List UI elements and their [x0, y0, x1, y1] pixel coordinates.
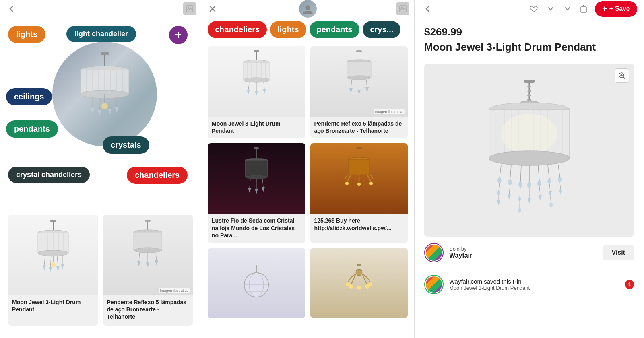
p2-img-4	[310, 143, 408, 214]
svg-point-145	[501, 114, 557, 154]
p2-card-4[interactable]: 125.26$ Buy here - http://alidzk.worldwe…	[310, 143, 408, 243]
tag-light-chandelier[interactable]: light chandelier	[66, 26, 136, 42]
svg-line-173	[549, 184, 550, 191]
svg-rect-101	[349, 159, 369, 175]
svg-line-169	[539, 186, 540, 195]
tag-lights[interactable]: lights	[8, 26, 45, 43]
svg-rect-98	[356, 147, 362, 149]
svg-point-172	[547, 178, 551, 184]
tag-ceilings[interactable]: ceilings	[6, 88, 52, 105]
zoom-button[interactable]	[615, 68, 629, 83]
thumb-card-1[interactable]: Moon Jewel 3-Light Drum Pendant	[8, 215, 98, 326]
svg-rect-0	[186, 6, 193, 12]
tag-crystal-chandeliers[interactable]: crystal chandeliers	[8, 167, 90, 183]
svg-marker-75	[263, 89, 266, 94]
p2-card-2[interactable]: Imagen ilustrativa Pendente Reflexo 5 lâ…	[310, 46, 408, 138]
tags-area: lights light chandelier + ceilings penda…	[0, 18, 201, 211]
svg-marker-97	[262, 187, 265, 192]
panel-2: chandeliers lights pendants crys...	[201, 0, 415, 338]
p2-card-6[interactable]	[310, 248, 408, 318]
p2-caption-4: 125.26$ Buy here - http://alidzk.worldwe…	[310, 214, 408, 235]
svg-marker-84	[357, 90, 361, 95]
panel2-grid: Moon Jewel 3-Light Drum Pendant	[201, 41, 414, 323]
image-placeholder-icon-2	[396, 2, 409, 15]
svg-rect-60	[254, 50, 259, 52]
panel2-tags: chandeliers lights pendants crys...	[201, 18, 414, 41]
svg-marker-17	[98, 110, 101, 115]
svg-point-119	[356, 269, 362, 276]
save-button[interactable]: + + Save	[595, 1, 637, 17]
svg-marker-37	[49, 267, 52, 272]
svg-marker-19	[108, 109, 111, 115]
svg-point-123	[365, 284, 369, 289]
svg-marker-82	[349, 88, 353, 93]
notification-badge: 1	[625, 280, 634, 289]
p2-card-5[interactable]	[208, 248, 305, 318]
svg-marker-21	[115, 107, 118, 113]
svg-point-107	[369, 182, 373, 185]
tag-pendants[interactable]: pendants	[6, 120, 58, 138]
svg-rect-44	[145, 220, 151, 222]
visit-button[interactable]: Visit	[603, 245, 634, 260]
svg-line-53	[156, 253, 157, 260]
svg-point-168	[537, 181, 541, 186]
svg-line-167	[538, 165, 539, 181]
thumbnail-row: Moon Jewel 3-Light Drum Pendant	[0, 215, 201, 326]
svg-point-164	[527, 182, 531, 188]
svg-marker-180	[559, 190, 562, 195]
back-button[interactable]	[5, 2, 18, 15]
product-price: $269.99	[424, 26, 634, 38]
svg-marker-39	[56, 266, 60, 272]
svg-line-81	[351, 80, 352, 88]
p3-header: $269.99 Moon Jewel 3-Light Drum Pendant	[415, 18, 644, 64]
svg-point-103	[345, 182, 349, 185]
svg-marker-93	[248, 188, 251, 193]
p2-tag-chandeliers[interactable]: chandeliers	[208, 21, 267, 38]
chevron-down-button[interactable]	[544, 2, 557, 15]
saved-text-block: Wayfair.com saved this Pin Moon Jewel 3-…	[449, 278, 530, 291]
svg-marker-160	[518, 198, 521, 203]
svg-rect-76	[356, 50, 362, 52]
svg-marker-170	[539, 195, 542, 200]
panel3-back-button[interactable]	[421, 2, 434, 15]
tag-chandeliers[interactable]: chandeliers	[127, 167, 188, 184]
svg-marker-95	[255, 189, 258, 194]
p2-tag-crys[interactable]: crys...	[363, 21, 400, 38]
tag-crystals[interactable]: crystals	[103, 136, 149, 154]
circle-image	[52, 42, 157, 146]
p2-card-3[interactable]: Lustre Fio de Seda com Cristal na loja M…	[208, 143, 305, 243]
svg-marker-41	[61, 264, 64, 270]
panel1-topbar	[0, 0, 201, 18]
svg-rect-126	[524, 80, 535, 83]
svg-marker-166	[528, 198, 531, 204]
svg-line-182	[623, 77, 625, 79]
svg-point-91	[245, 175, 268, 179]
p2-card-1[interactable]: Moon Jewel 3-Light Drum Pendant	[208, 46, 305, 138]
svg-point-124	[357, 286, 361, 290]
svg-marker-152	[497, 200, 500, 206]
svg-line-34	[44, 256, 45, 265]
svg-line-171	[548, 165, 549, 179]
svg-rect-24	[50, 220, 56, 222]
chevron-down-2-button[interactable]	[561, 2, 574, 15]
svg-point-148	[497, 177, 502, 183]
svg-marker-73	[255, 91, 258, 96]
saved-subtext: Moon Jewel 3-Light Drum Pendant	[449, 285, 530, 291]
share-button[interactable]	[578, 2, 591, 15]
svg-line-96	[262, 179, 263, 187]
svg-marker-71	[247, 90, 250, 95]
svg-line-108	[345, 175, 348, 179]
thumb-img-1	[8, 215, 98, 295]
svg-rect-87	[254, 147, 259, 149]
svg-line-159	[520, 187, 520, 198]
add-button[interactable]: +	[169, 26, 188, 44]
thumb-card-2[interactable]: Imagen ilustrativa Pendente Reflexo 5 lâ…	[103, 215, 193, 326]
p2-tag-pendants[interactable]: pendants	[310, 21, 360, 38]
p2-tag-lights[interactable]: lights	[270, 21, 306, 38]
svg-line-155	[509, 185, 510, 194]
svg-line-109	[370, 175, 374, 179]
saved-text: Wayfair.com saved this Pin	[449, 278, 530, 285]
close-button[interactable]	[206, 2, 219, 15]
heart-button[interactable]	[527, 2, 540, 15]
svg-point-129	[527, 90, 531, 92]
